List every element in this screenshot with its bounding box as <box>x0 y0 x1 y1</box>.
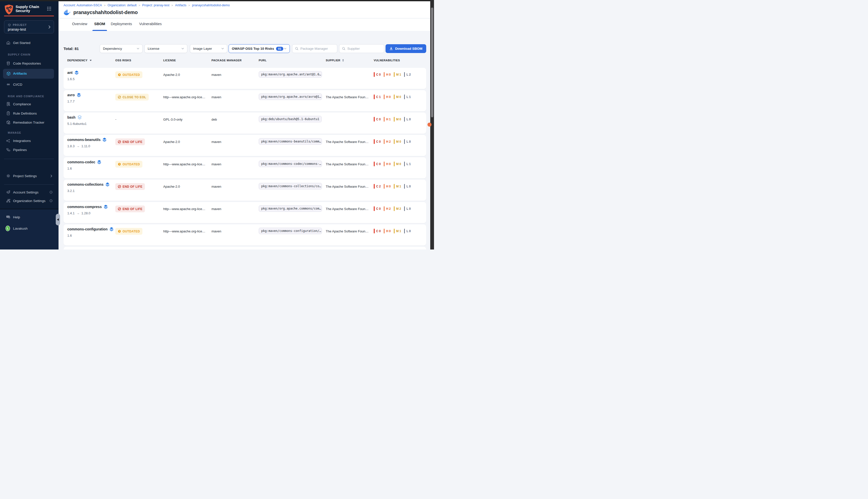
supplier-text: The Apache Software Foun… <box>326 95 374 99</box>
download-sbom-button[interactable]: Download SBOM <box>385 44 426 53</box>
license-text: Apache-2.0 <box>163 140 211 144</box>
sidebar-item-artifacts[interactable]: Artifacts <box>3 69 54 78</box>
supplier-cell: The Apache Software Foun… <box>326 157 374 179</box>
dependency-filter-dropdown[interactable]: Dependency <box>100 44 142 53</box>
vulns-cell: C2H0M1L0 <box>374 184 426 189</box>
risk-badge: END OF LIFE <box>115 138 145 145</box>
sidebar-item-project-settings[interactable]: Project Settings <box>0 172 59 180</box>
sidebar-item-remediation-tracker[interactable]: Remediation Tracker <box>0 119 59 126</box>
sidebar: Supply Chain Security PROJECT pranay-tes… <box>0 0 59 250</box>
supplier-text: The Apache Software Foun… <box>326 207 374 211</box>
sidebar-item-compliance[interactable]: Compliance <box>0 100 59 108</box>
vuln-count-high: H1 <box>384 117 391 122</box>
vuln-count-low: L1 <box>404 95 411 99</box>
breadcrumb-separator: > <box>139 4 140 7</box>
vuln-count-critical: C2 <box>374 184 381 189</box>
license-filter-dropdown[interactable]: License <box>145 44 187 53</box>
table-row[interactable]: commons-fileupload → END OF LIFE Apache-… <box>64 247 426 250</box>
table-row[interactable]: commons-configuration 1.6 → OUTDATED htt… <box>64 224 426 245</box>
page-title: pranaycshah/todolist-demo <box>73 10 138 15</box>
package-manager-text: maven <box>211 162 259 166</box>
info-icon[interactable] <box>49 191 53 194</box>
table-row[interactable]: commons-compress 1.4.1 → 1.28.0 END OF L… <box>64 202 426 223</box>
vuln-count-medium: M1 <box>394 229 401 233</box>
notification-dot[interactable] <box>427 123 432 126</box>
purl-chip: pkg:maven/commons-beanutils/comm… <box>259 138 322 145</box>
dependency-version: 1.4.1 → 1.28.0 <box>67 211 115 215</box>
vulnerabilities-cell: C0H1M0L0 <box>374 112 426 134</box>
active-tab-underline <box>92 30 107 31</box>
purl-cell: pkg:maven/org.apache.avro/avro@1… <box>259 90 326 111</box>
supplier-input[interactable] <box>347 47 380 50</box>
risk-badge: OUTDATED <box>115 71 142 78</box>
breadcrumb-artifacts[interactable]: Artifacts <box>175 3 186 7</box>
sidebar-item-rule-definitions[interactable]: Rule Definitions <box>0 110 59 117</box>
logo-accent-bar <box>4 15 54 16</box>
oss-risks-cell: END OF LIFE <box>115 180 163 201</box>
purl-cell: pkg:maven/commons-codec/commons-… <box>259 157 326 179</box>
table-row[interactable]: avro 1.7.7 → CLOSE TO EOL http---www.apa… <box>64 90 426 111</box>
sidebar-item-label: Account Settings <box>13 191 38 194</box>
breadcrumb-separator: > <box>104 4 106 7</box>
risk-icon <box>118 230 121 233</box>
table-row[interactable]: commons-beanutils 1.8.3 → 1.11.0 END OF … <box>64 135 426 156</box>
sidebar-item-code-repositories[interactable]: Code Repositories <box>0 60 59 67</box>
sidebar-item-organization-settings[interactable]: Organization Settings <box>0 197 59 205</box>
vuln-count-critical: C0 <box>374 161 381 166</box>
chevron-down-icon <box>137 48 139 49</box>
scrollbar-thumb[interactable] <box>431 8 433 117</box>
image-layer-filter-dropdown[interactable]: Image Layer <box>190 44 227 53</box>
app-switcher-grid-icon[interactable] <box>47 7 51 11</box>
supplier-cell: The Apache Software Foun… <box>326 202 374 223</box>
tab-deployments[interactable]: Deployments <box>111 22 132 26</box>
sidebar-item-get-started[interactable]: Get Started <box>0 39 59 47</box>
vulns-cell: C0H2M2L0 <box>374 206 426 211</box>
infinity-icon: ∞ <box>6 83 11 86</box>
risk-icon <box>118 73 121 76</box>
info-icon[interactable] <box>49 199 53 203</box>
column-header-dependency[interactable]: DEPENDENCY <box>67 59 115 62</box>
vulnerabilities-cell: C0H0M1L2 <box>374 68 426 89</box>
layers-icon <box>103 205 108 209</box>
owasp-risks-filter-dropdown[interactable]: OWASP OSS Top 10 Risks 01 <box>228 44 290 53</box>
table-row[interactable]: ant 1.6.5 → OUTDATED Apache-2.0 maven pk… <box>64 68 426 89</box>
table-header: DEPENDENCY OSS RISKS LICENSE PACKAGE MAN… <box>64 59 426 62</box>
sidebar-item-help[interactable]: ? Help <box>0 213 59 221</box>
artifacts-cube-icon <box>6 71 11 76</box>
column-header-license: LICENSE <box>163 59 211 62</box>
package-manager-text: maven <box>211 185 259 188</box>
table-row[interactable]: commons-codec 1.6 → OUTDATED http---www.… <box>64 157 426 179</box>
tab-overview[interactable]: Overview <box>72 22 87 26</box>
breadcrumb-project[interactable]: Project: pranay-test <box>142 3 169 7</box>
sidebar-item-integrations[interactable]: Integrations <box>0 137 59 145</box>
purl-chip: pkg:maven/commons-configuration/… <box>259 228 322 234</box>
dependency-name: commons-collections <box>67 182 103 186</box>
breadcrumb-account[interactable]: Account: Automation-SSCA <box>64 3 102 7</box>
sidebar-collapse-handle[interactable] <box>56 214 60 226</box>
table-row[interactable]: commons-collections 3.2.1 → END OF LIFE … <box>64 180 426 201</box>
breadcrumb-organization[interactable]: Organization: default <box>108 3 136 7</box>
tab-vulnerabilities[interactable]: Vulnerabilities <box>139 22 162 26</box>
table-row[interactable]: bash 5.1-6ubuntu1 → - GPL-3.0-only deb p… <box>64 112 426 134</box>
column-header-supplier[interactable]: SUPPLIER <box>326 59 374 62</box>
sidebar-item-cicd[interactable]: ∞ CI/CD <box>0 81 59 88</box>
sidebar-item-pipelines[interactable]: Pipelines <box>0 146 59 154</box>
app-title: Supply Chain Security <box>15 5 39 13</box>
vuln-count-low: L0 <box>404 184 411 189</box>
vuln-count-medium: M2 <box>394 206 401 211</box>
oss-risks-cell: OUTDATED <box>115 224 163 245</box>
package-manager-cell: maven <box>211 68 259 89</box>
tab-sbom[interactable]: SBOM <box>94 22 105 26</box>
help-chat-icon: ? <box>6 215 11 219</box>
breadcrumb-artifact-name[interactable]: pranaycshah/todolist-demo <box>192 3 230 7</box>
purl-cell: pkg:deb/ubuntu/bash@5.1-6ubuntu1 <box>259 112 326 134</box>
toolbar: Total: 81 Dependency License Image Layer… <box>59 44 434 53</box>
user-menu[interactable]: L Lavakush <box>0 224 59 232</box>
package-manager-input[interactable] <box>300 47 333 50</box>
project-selector[interactable]: PROJECT pranay-test <box>4 20 54 34</box>
sidebar-item-label: Help <box>13 215 20 219</box>
dependency-cell: ant 1.6.5 → <box>67 68 115 89</box>
supplier-cell <box>326 112 374 134</box>
sidebar-item-account-settings[interactable]: Account Settings <box>0 188 59 196</box>
layers-icon <box>77 115 82 120</box>
